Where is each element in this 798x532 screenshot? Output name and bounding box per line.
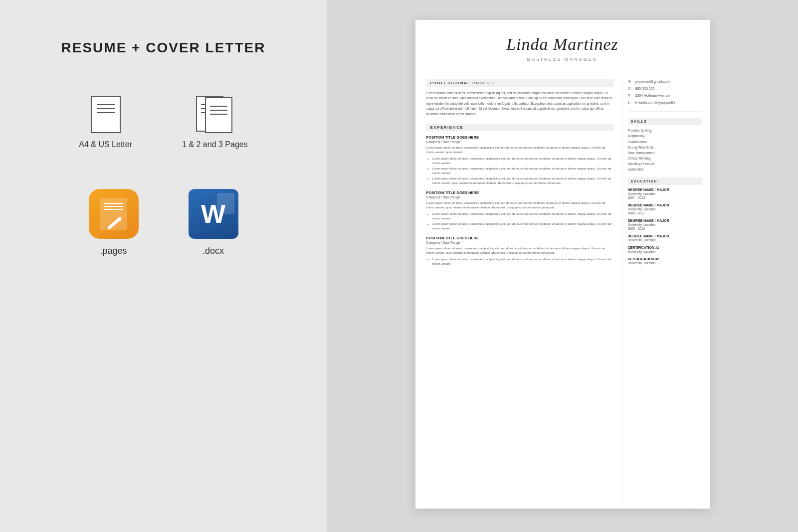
right-panel: Linda Martinez BUSINESS MANAGER PROFESSI… (327, 0, 798, 532)
edu-item-1: DEGREE NAME / MAJOR University, Location… (628, 188, 702, 199)
feature-icons-row: A4 & US Letter 1 & 2 and 3 Pages (79, 96, 247, 149)
a4-label: A4 & US Letter (79, 140, 132, 149)
skill-8: Leadership (628, 167, 702, 172)
exp-company-1: Company / Date Range (426, 140, 613, 144)
exp-company-2: Company / Date Range (426, 195, 613, 199)
edu-date-3: 2005 - 2010 (628, 227, 702, 230)
cert-item-1: CERTIFICATION #1 University, Location (628, 246, 702, 253)
contact-block: ✉ youremail@gmail.com ✆ 895 555 555 ⚲ 23… (628, 79, 702, 112)
resume-name: Linda Martinez (430, 35, 695, 54)
exp-desc-1: Lorem ipsum dolor sit amet, consectetur … (426, 146, 613, 155)
main-title: RESUME + COVER LETTER (61, 40, 266, 56)
skill-7: Handling Pressure (628, 162, 702, 166)
pages-pen-icon (107, 218, 121, 230)
cert-name-1: CERTIFICATION #1 (628, 246, 702, 249)
skill-5: Time Management. (628, 151, 702, 155)
word-app-item: W .docx (189, 189, 238, 256)
resume-main: PROFESSIONAL PROFILE Lorem ipsum dolor s… (415, 79, 622, 509)
document-double-icon (196, 96, 233, 133)
exp-bullets-2: Lorem ipsum dolor sit amet, consectetur … (426, 212, 613, 231)
resume-job-title: BUSINESS MANAGER (430, 57, 695, 62)
experience-section-header: EXPERIENCE (426, 124, 613, 131)
word-app-icon: W (189, 189, 238, 239)
exp-desc-2: Lorem ipsum dolor sit amet, consectetur … (426, 201, 613, 210)
linkedin-icon: in (628, 101, 633, 104)
exp-bullets-3: Lorem ipsum dolor sit amet, consectetur … (426, 257, 613, 266)
cert-name-2: CERTIFICATION #2 (628, 257, 702, 261)
education-section: EDUCATION DEGREE NAME / MAJOR University… (628, 177, 702, 265)
edu-degree-3: DEGREE NAME / MAJOR (628, 219, 702, 222)
exp-position-1: POSITION TITLE GOES HERE (426, 135, 613, 140)
exp-bullets-1: Lorem ipsum dolor sit amet, consectetur … (426, 157, 613, 185)
phone-text: 895 555 555 (635, 86, 655, 91)
pages-label: 1 & 2 and 3 Pages (182, 140, 248, 149)
contact-phone: ✆ 895 555 555 (628, 86, 702, 91)
bullet-1-3: Lorem ipsum dolor sit amet, consectetur … (432, 177, 613, 185)
pages-icon-inner (100, 198, 127, 230)
bullet-3-1: Lorem ipsum dolor sit amet, consectetur … (432, 257, 613, 266)
page2-icon (205, 97, 232, 133)
bullet-2-1: Lorem ipsum dolor sit amet, consectetur … (432, 212, 613, 221)
bullet-2-2: Lorem ipsum dolor sit amet, consectetur … (432, 222, 613, 231)
skills-header: SKILLS (628, 118, 702, 125)
profile-section-header: PROFESSIONAL PROFILE (426, 79, 613, 87)
skill-6: Critical Thinking. (628, 156, 702, 161)
edu-school-1: University, Location (628, 192, 702, 195)
experience-item-1: POSITION TITLE GOES HERE Company / Date … (426, 135, 613, 185)
skill-4: Strong Work Ethic. (628, 145, 702, 150)
exp-company-3: Company / Date Range (426, 241, 613, 244)
exp-desc-3: Lorem ipsum dolor sit amet, consectetur … (426, 246, 613, 255)
experience-item-2: POSITION TITLE GOES HERE Company / Date … (426, 190, 613, 231)
resume-sidebar: ✉ youremail@gmail.com ✆ 895 555 555 ⚲ 23… (622, 79, 710, 509)
edu-degree-1: DEGREE NAME / MAJOR (628, 188, 702, 191)
education-header: EDUCATION (628, 177, 702, 185)
word-icon-page (217, 193, 234, 214)
exp-position-3: POSITION TITLE GOES HERE (426, 236, 613, 240)
resume-body: PROFESSIONAL PROFILE Lorem ipsum dolor s… (415, 69, 710, 509)
phone-icon: ✆ (628, 87, 633, 91)
pages-feature-item: 1 & 2 and 3 Pages (182, 96, 248, 149)
email-icon: ✉ (628, 80, 633, 84)
edu-item-3: DEGREE NAME / MAJOR University, Location… (628, 219, 702, 230)
exp-position-2: POSITION TITLE GOES HERE (426, 190, 613, 195)
bullet-1-2: Lorem ipsum dolor sit amet, consectetur … (432, 167, 613, 176)
email-text: youremail@gmail.com (635, 79, 670, 84)
app-icons-row: .pages W .docx (89, 189, 238, 256)
bullet-1-1: Lorem ipsum dolor sit amet, consectetur … (432, 157, 613, 166)
pages-app-icon (89, 189, 139, 239)
word-app-label: .docx (202, 246, 224, 256)
pages-app-item: .pages (89, 189, 139, 256)
edu-degree-2: DEGREE NAME / MAJOR (628, 203, 702, 207)
edu-school-3: University, Location (628, 223, 702, 226)
edu-school-2: University, Location (628, 207, 702, 211)
profile-text: Lorem ipsum dolor sit amet, consectetur … (426, 91, 613, 117)
edu-date-1: 2007 - 2013 (628, 196, 702, 199)
experience-item-3: POSITION TITLE GOES HERE Company / Date … (426, 236, 613, 266)
pages-app-label: .pages (100, 246, 127, 256)
edu-school-4: University, Location (628, 238, 702, 242)
edu-degree-4: DEGREE NAME / MAJOR (628, 234, 702, 238)
edu-item-2: DEGREE NAME / MAJOR University, Location… (628, 203, 702, 215)
resume-header: Linda Martinez BUSINESS MANAGER (415, 20, 710, 69)
skills-section: SKILLS Problem Solving. Adaptability. Co… (628, 118, 702, 172)
a4-feature-item: A4 & US Letter (79, 96, 132, 149)
contact-email: ✉ youremail@gmail.com (628, 79, 702, 84)
contact-address: ⚲ 2364 Hoffman Avenue (628, 93, 702, 98)
cert-school-2: University, Location (628, 261, 702, 265)
linkedin-text: linkedin.com/in/yourprofile (635, 100, 676, 105)
document-icon (91, 96, 121, 133)
skill-1: Problem Solving. (628, 128, 702, 133)
skill-3: Collaboration. (628, 140, 702, 144)
edu-date-2: 2006 - 2011 (628, 211, 702, 215)
location-icon: ⚲ (628, 94, 633, 98)
cert-item-2: CERTIFICATION #2 University, Location (628, 257, 702, 265)
address-text: 2364 Hoffman Avenue (635, 93, 670, 98)
skill-2: Adaptability. (628, 134, 702, 138)
left-panel: RESUME + COVER LETTER A4 & US Letter 1 &… (0, 0, 327, 532)
resume-page: Linda Martinez BUSINESS MANAGER PROFESSI… (415, 20, 710, 509)
edu-item-4: DEGREE NAME / MAJOR University, Location (628, 234, 702, 242)
cert-school-1: University, Location (628, 250, 702, 253)
contact-linkedin: in linkedin.com/in/yourprofile (628, 100, 702, 105)
